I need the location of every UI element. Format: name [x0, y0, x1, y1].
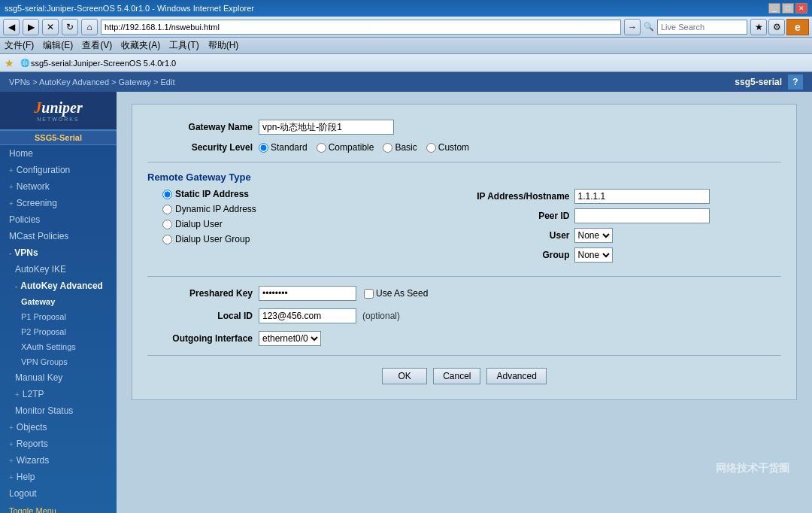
outgoing-interface-select[interactable]: ethernet0/0 — [259, 331, 321, 346]
vpn-groups-label: VPN Groups — [21, 357, 68, 366]
local-id-input[interactable] — [259, 308, 356, 323]
sidebar-item-manual-key[interactable]: Manual Key — [0, 369, 117, 386]
home-label: Home — [9, 148, 33, 159]
l2tp-label: L2TP — [23, 389, 44, 399]
user-select[interactable]: None — [574, 228, 613, 243]
peer-id-row: Peer ID — [465, 208, 782, 223]
toggle-menu[interactable]: Toggle Menu — [0, 502, 117, 513]
gateway-name-input[interactable] — [259, 120, 394, 135]
sidebar-item-p2-proposal[interactable]: P2 Proposal — [0, 324, 117, 339]
outgoing-interface-row: Outgoing Interface ethernet0/0 — [147, 331, 781, 346]
refresh-button[interactable]: ↻ — [62, 19, 78, 35]
sidebar-item-l2tp[interactable]: + L2TP — [0, 386, 117, 402]
manual-key-label: Manual Key — [15, 372, 62, 383]
group-select[interactable]: None — [574, 247, 613, 263]
sidebar-item-mcast[interactable]: MCast Policies — [0, 228, 117, 244]
sidebar-item-logout[interactable]: Logout — [0, 485, 117, 502]
minimize-button[interactable]: _ — [768, 3, 780, 14]
device-label: SSG5-Serial — [0, 131, 117, 145]
optional-label: (optional) — [362, 311, 400, 321]
tools-button[interactable]: ⚙ — [768, 19, 785, 35]
menu-edit[interactable]: 编辑(E) — [43, 39, 73, 52]
sidebar-item-home[interactable]: Home — [0, 145, 117, 162]
browser-title: ssg5-serial:Juniper-ScreenOS 5.4.0r1.0 -… — [5, 4, 254, 13]
expand-icon: + — [9, 440, 14, 448]
sidebar-item-configuration[interactable]: + Configuration — [0, 162, 117, 178]
form-container: Gateway Name Security Level Standard Com… — [132, 104, 797, 400]
use-as-seed-label[interactable]: Use As Seed — [364, 288, 428, 299]
back-button[interactable]: ◀ — [3, 19, 20, 35]
sidebar: Juniper NETWORKS SSG5-Serial Home + Conf… — [0, 92, 117, 513]
sidebar-item-screening[interactable]: + Screening — [0, 195, 117, 211]
stop-button[interactable]: ✕ — [42, 19, 59, 35]
autokey-ike-label: AutoKey IKE — [15, 264, 66, 275]
radio-dialup-user: Dialup User — [147, 219, 465, 229]
titlebar-left: ssg5-serial:Juniper-ScreenOS 5.4.0r1.0 -… — [5, 4, 254, 13]
ip-hostname-row: IP Address/Hostname — [465, 189, 782, 204]
button-row: OK Cancel Advanced — [147, 368, 781, 384]
sidebar-item-help[interactable]: + Help — [0, 469, 117, 485]
sidebar-item-wizards[interactable]: + Wizards — [0, 452, 117, 469]
expand-icon: - — [9, 249, 11, 257]
favorites-button[interactable]: ★ — [750, 19, 767, 35]
sidebar-item-network[interactable]: + Network — [0, 178, 117, 195]
menu-view[interactable]: 查看(V) — [82, 39, 112, 52]
reports-label: Reports — [17, 439, 48, 449]
logo-text: Juniper — [8, 99, 109, 117]
expand-icon: + — [9, 423, 14, 432]
address-bar[interactable] — [101, 20, 621, 35]
ip-hostname-input[interactable] — [574, 189, 710, 204]
xauth-label: XAuth Settings — [21, 342, 76, 351]
help-button[interactable]: ? — [788, 74, 803, 90]
sidebar-item-xauth[interactable]: XAuth Settings — [0, 339, 117, 354]
bookmark-item-ssg5[interactable]: 🌐 ssg5-serial:Juniper-ScreenOS 5.4.0r1.0 — [20, 59, 176, 68]
ok-button[interactable]: OK — [382, 368, 427, 384]
cancel-button[interactable]: Cancel — [433, 368, 480, 384]
peer-id-input[interactable] — [574, 208, 710, 223]
main-layout: Juniper NETWORKS SSG5-Serial Home + Conf… — [0, 92, 812, 513]
browser-menubar: 文件(F) 编辑(E) 查看(V) 收藏夹(A) 工具(T) 帮助(H) — [0, 38, 812, 54]
security-custom[interactable]: Custom — [426, 142, 469, 153]
expand-icon: + — [15, 390, 20, 399]
sidebar-item-policies[interactable]: Policies — [0, 211, 117, 228]
bookmarks-bar: ★ 🌐 ssg5-serial:Juniper-ScreenOS 5.4.0r1… — [0, 54, 812, 72]
menu-favorites[interactable]: 收藏夹(A) — [121, 39, 160, 52]
menu-tools[interactable]: 工具(T) — [169, 39, 198, 52]
maximize-button[interactable]: □ — [782, 3, 794, 14]
security-basic[interactable]: Basic — [383, 142, 417, 153]
sidebar-item-objects[interactable]: + Objects — [0, 419, 117, 436]
sidebar-item-vpns[interactable]: - VPNs — [0, 244, 117, 261]
home-button[interactable]: ⌂ — [81, 19, 98, 35]
sidebar-item-autokey-advanced[interactable]: - AutoKey Advanced — [0, 278, 117, 294]
advanced-button[interactable]: Advanced — [486, 368, 546, 384]
use-as-seed-checkbox[interactable] — [364, 289, 374, 299]
group-label: Group — [465, 250, 570, 260]
group-row: Group None — [465, 247, 782, 263]
security-level-row: Security Level Standard Compatible Basic… — [147, 142, 781, 153]
help-label: Help — [17, 472, 35, 482]
close-button[interactable]: ✕ — [795, 3, 807, 14]
sidebar-item-reports[interactable]: + Reports — [0, 436, 117, 452]
expand-icon: + — [9, 473, 14, 481]
sidebar-logo: Juniper NETWORKS — [0, 92, 117, 131]
preshared-key-input[interactable] — [259, 286, 356, 301]
browser-titlebar: ssg5-serial:Juniper-ScreenOS 5.4.0r1.0 -… — [0, 0, 812, 17]
sidebar-item-p1-proposal[interactable]: P1 Proposal — [0, 309, 117, 324]
sidebar-item-vpn-groups[interactable]: VPN Groups — [0, 354, 117, 369]
menu-file[interactable]: 文件(F) — [5, 39, 34, 52]
sidebar-item-gateway[interactable]: Gateway — [0, 294, 117, 309]
security-compatible[interactable]: Compatible — [317, 142, 374, 153]
go-button[interactable]: → — [624, 19, 641, 35]
sidebar-item-autokey-ike[interactable]: AutoKey IKE — [0, 261, 117, 278]
gateway-name-row: Gateway Name — [147, 120, 781, 135]
menu-help[interactable]: 帮助(H) — [208, 39, 239, 52]
rg-right: IP Address/Hostname Peer ID User None — [465, 189, 782, 267]
forward-button[interactable]: ▶ — [23, 19, 39, 35]
search-input[interactable] — [657, 20, 747, 35]
content-area: Gateway Name Security Level Standard Com… — [117, 92, 812, 513]
sidebar-item-monitor-status[interactable]: Monitor Status — [0, 402, 117, 419]
policies-label: Policies — [9, 214, 40, 225]
security-standard[interactable]: Standard — [259, 142, 308, 153]
wizards-label: Wizards — [17, 455, 49, 466]
p2-label: P2 Proposal — [21, 327, 66, 336]
